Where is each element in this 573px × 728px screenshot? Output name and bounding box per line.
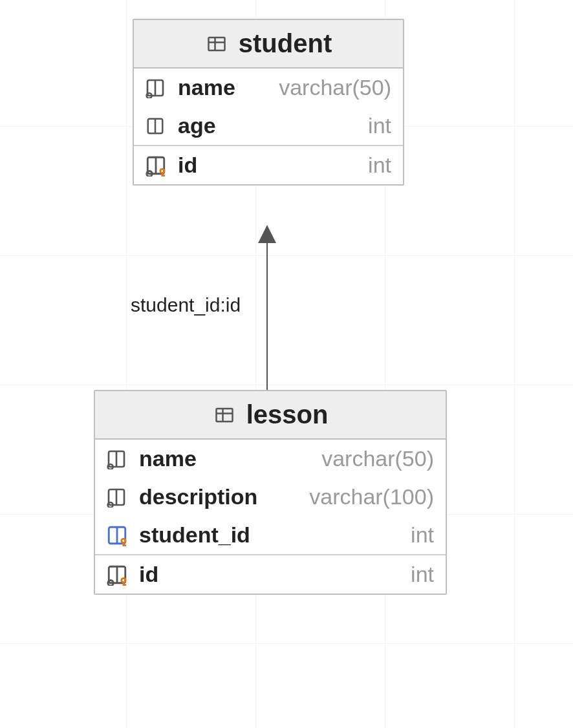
entity-lesson[interactable]: lesson name varchar(50) description varc… [94, 390, 447, 595]
column-name: name [139, 446, 197, 471]
indexed-column-icon [144, 78, 170, 98]
entity-title: student [239, 29, 332, 58]
column-row[interactable]: name varchar(50) [134, 69, 403, 107]
diagram-canvas[interactable]: student name varchar(50) age int id int [0, 0, 573, 728]
key-row[interactable]: id int [95, 554, 446, 594]
primary-key-icon [144, 155, 170, 177]
column-type: varchar(50) [321, 446, 434, 471]
entity-student[interactable]: student name varchar(50) age int id int [133, 19, 404, 186]
column-name: id [178, 153, 197, 178]
table-icon [205, 34, 231, 54]
column-name: age [178, 113, 216, 138]
foreign-key-icon [105, 524, 131, 546]
entity-title: lesson [246, 400, 329, 429]
column-row[interactable]: description varchar(100) [95, 478, 446, 516]
entity-header[interactable]: lesson [95, 391, 446, 440]
column-type: varchar(50) [279, 75, 391, 100]
indexed-column-icon [105, 449, 131, 469]
column-row[interactable]: age int [134, 107, 403, 145]
entity-body: name varchar(50) description varchar(100… [95, 440, 446, 594]
entity-body: name varchar(50) age int id int [134, 69, 403, 184]
column-icon [144, 116, 170, 136]
column-row[interactable]: name varchar(50) [95, 440, 446, 478]
relationship-connector[interactable] [266, 242, 268, 390]
column-type: int [368, 113, 391, 138]
entity-header[interactable]: student [134, 20, 403, 69]
primary-key-icon [105, 564, 131, 586]
column-name: name [178, 75, 235, 100]
column-type: int [411, 562, 434, 587]
column-row[interactable]: student_id int [95, 516, 446, 554]
indexed-column-icon [105, 487, 131, 508]
relationship-label[interactable]: student_id:id [131, 294, 241, 316]
column-name: id [139, 562, 158, 587]
key-row[interactable]: id int [134, 145, 403, 184]
column-name: student_id [139, 522, 250, 548]
table-icon [213, 405, 239, 425]
column-type: varchar(100) [309, 484, 434, 509]
column-type: int [368, 153, 391, 178]
column-type: int [411, 522, 434, 548]
column-name: description [139, 484, 257, 509]
arrow-head-icon [258, 225, 276, 243]
